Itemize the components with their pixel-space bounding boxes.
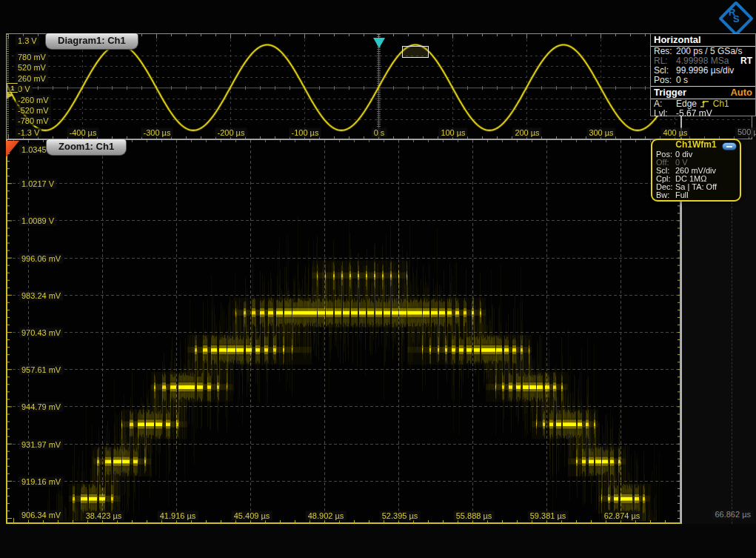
horizontal-title-text: Horizontal: [654, 34, 701, 46]
ch1-bw-row: Bw: Full: [652, 191, 740, 199]
x-tick-label: 45.409 µs: [232, 511, 272, 521]
y-tick-label: 1.3 V: [16, 36, 39, 46]
x-tick-label: -100 µs: [290, 128, 321, 138]
trigger-title-text: Trigger: [654, 87, 686, 99]
zoom-region-indicator[interactable]: [402, 46, 429, 58]
x-edge-tick-label: 66.862 µs: [712, 510, 753, 519]
y-tick-label: 520 mV: [16, 63, 48, 73]
pos-value: 0 s: [676, 76, 752, 85]
y-tick-label: 983.24 mV: [19, 290, 63, 300]
trigger-level-row: Lvl: -5.67 mV: [651, 109, 755, 119]
pos-label: Pos:: [654, 76, 676, 85]
y-tick-label: 906.34 mV: [19, 511, 63, 520]
x-tick-label: 0 s: [372, 128, 387, 138]
x-tick-label: -300 µs: [141, 128, 173, 138]
x-tick-label: 55.888 µs: [454, 511, 495, 521]
position-row: Pos: 0 s: [651, 76, 755, 85]
x-tick-label: 38.423 µs: [84, 511, 124, 521]
diagram1-plot-area[interactable]: Diagram1: Ch1 1 1.3 V780 mV520 mV260 mV0…: [6, 33, 752, 139]
oscilloscope-screen: { "logo": {"r": "R", "s": "S"}, "top_dia…: [0, 0, 756, 558]
lvl-value: -5.67 mV: [676, 109, 752, 119]
x-tick-label: 59.381 µs: [528, 511, 569, 521]
x-tick-label: 62.874 µs: [602, 511, 643, 521]
y-tick-label: 931.97 mV: [19, 439, 63, 449]
y-tick-label: 957.61 mV: [19, 365, 63, 375]
trigger-panel-title: Trigger Auto: [651, 86, 755, 99]
zoom1-waveform-canvas[interactable]: [7, 140, 680, 522]
rohde-schwarz-logo-icon: R S: [717, 1, 750, 32]
x-tick-label: 48.902 µs: [306, 511, 347, 521]
y-tick-label: -260 mV: [16, 95, 51, 104]
logo-letter-s: S: [733, 13, 740, 24]
zoom1-plot-area[interactable]: Zoom1: Ch1 1.0345 V1.0217 V1.0089 V996.0…: [6, 139, 680, 524]
horizontal-panel-title: Horizontal: [651, 34, 755, 47]
trigger-type: Edge: [676, 99, 697, 109]
diagram1-waveform-canvas[interactable]: [7, 34, 752, 139]
x-tick-label: 300 µs: [586, 128, 615, 138]
y-tick-label: -780 mV: [16, 116, 51, 126]
tab-diagram1[interactable]: Diagram1: Ch1: [45, 33, 138, 50]
ch1-bw-value: Full: [675, 191, 736, 199]
rising-edge-icon: [700, 99, 709, 108]
trigger-source: Ch1: [713, 99, 729, 109]
horizontal-panel[interactable]: Horizontal Res: 200 ps / 5 GSa/s RL: 4.9…: [650, 33, 756, 116]
y-tick-label: 970.43 mV: [19, 328, 63, 337]
lvl-label: Lvl:: [654, 109, 676, 119]
y-tick-label: 780 mV: [16, 52, 48, 62]
y-tick-label: -520 mV: [16, 106, 51, 116]
x-tick-label: 52.395 µs: [380, 511, 421, 521]
y-tick-label: -1.3 V: [16, 128, 41, 138]
y-tick-label: 944.79 mV: [19, 402, 63, 412]
trigger-mode-badge: Auto: [730, 87, 752, 99]
x-tick-label: -400 µs: [67, 128, 99, 138]
y-tick-label: 919.16 mV: [19, 476, 63, 486]
y-tick-label: 260 mV: [16, 73, 48, 83]
x-tick-label: 400 µs: [660, 128, 689, 138]
y-tick-label: 996.06 mV: [19, 253, 63, 263]
minimize-button[interactable]: [722, 142, 737, 150]
realtime-badge: RT: [740, 56, 752, 66]
x-tick-label: 200 µs: [512, 128, 541, 138]
ch1-bw-label: Bw:: [656, 191, 675, 199]
x-edge-tick-label: 500 µs: [735, 127, 756, 137]
ch1wfm1-panel[interactable]: Ch1Wfm1 Pos: 0 div Off: 0 V Scl: 260 mV/…: [651, 139, 741, 202]
top-bar: R S: [0, 0, 756, 33]
y-tick-label: 1.0089 V: [19, 216, 56, 226]
x-tick-label: 100 µs: [438, 128, 467, 138]
x-tick-label: 41.916 µs: [158, 511, 198, 521]
y-tick-label: 1.0217 V: [19, 179, 56, 189]
x-tick-label: -200 µs: [215, 128, 247, 138]
tab-zoom1[interactable]: Zoom1: Ch1: [46, 139, 127, 156]
